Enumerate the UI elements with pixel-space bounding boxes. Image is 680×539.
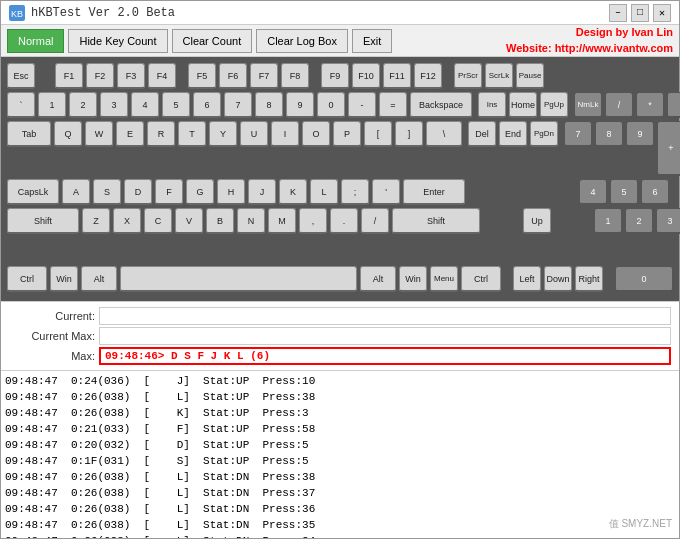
key-e[interactable]: E <box>116 121 144 147</box>
key-end[interactable]: End <box>499 121 527 147</box>
key-left[interactable]: Left <box>513 266 541 292</box>
key-slash[interactable]: / <box>361 208 389 234</box>
key-quote[interactable]: ' <box>372 179 400 205</box>
key-r[interactable]: R <box>147 121 175 147</box>
key-f7[interactable]: F7 <box>250 63 278 89</box>
key-p[interactable]: P <box>333 121 361 147</box>
normal-button[interactable]: Normal <box>7 29 64 53</box>
key-f6[interactable]: F6 <box>219 63 247 89</box>
key-h[interactable]: H <box>217 179 245 205</box>
key-pause[interactable]: Pause <box>516 63 544 89</box>
key-backtick[interactable]: ` <box>7 92 35 118</box>
key-num-9[interactable]: 9 <box>626 121 654 147</box>
key-rbracket[interactable]: ] <box>395 121 423 147</box>
clear-count-button[interactable]: Clear Count <box>172 29 253 53</box>
key-lalt[interactable]: Alt <box>81 266 117 292</box>
key-i[interactable]: I <box>271 121 299 147</box>
key-m[interactable]: M <box>268 208 296 234</box>
key-menu[interactable]: Menu <box>430 266 458 292</box>
current-input[interactable] <box>99 307 671 325</box>
key-ralt[interactable]: Alt <box>360 266 396 292</box>
key-rshift[interactable]: Shift <box>392 208 480 234</box>
key-x[interactable]: X <box>113 208 141 234</box>
key-7[interactable]: 7 <box>224 92 252 118</box>
key-rctrl[interactable]: Ctrl <box>461 266 501 292</box>
key-j[interactable]: J <box>248 179 276 205</box>
key-num-2[interactable]: 2 <box>625 208 653 234</box>
exit-button[interactable]: Exit <box>352 29 392 53</box>
current-max-input[interactable] <box>99 327 671 345</box>
key-numlock[interactable]: NmLk <box>574 92 602 118</box>
key-backslash[interactable]: \ <box>426 121 462 147</box>
key-comma[interactable]: , <box>299 208 327 234</box>
key-f[interactable]: F <box>155 179 183 205</box>
key-num-plus[interactable]: + <box>657 121 680 176</box>
key-scrlk[interactable]: ScrLk <box>485 63 513 89</box>
key-q[interactable]: Q <box>54 121 82 147</box>
key-home[interactable]: Home <box>509 92 537 118</box>
key-pgdn[interactable]: PgDn <box>530 121 558 147</box>
key-num-minus[interactable]: - <box>667 92 680 118</box>
key-equals[interactable]: = <box>379 92 407 118</box>
key-enter[interactable]: Enter <box>403 179 465 205</box>
max-input[interactable] <box>99 347 671 365</box>
key-num-3[interactable]: 3 <box>656 208 680 234</box>
close-button[interactable]: ✕ <box>653 4 671 22</box>
key-delete[interactable]: Del <box>468 121 496 147</box>
key-num-slash[interactable]: / <box>605 92 633 118</box>
key-1[interactable]: 1 <box>38 92 66 118</box>
key-lbracket[interactable]: [ <box>364 121 392 147</box>
key-backspace[interactable]: Backspace <box>410 92 472 118</box>
key-num-6[interactable]: 6 <box>641 179 669 205</box>
key-right[interactable]: Right <box>575 266 603 292</box>
key-f3[interactable]: F3 <box>117 63 145 89</box>
key-0[interactable]: 0 <box>317 92 345 118</box>
key-f10[interactable]: F10 <box>352 63 380 89</box>
key-num-asterisk[interactable]: * <box>636 92 664 118</box>
maximize-button[interactable]: □ <box>631 4 649 22</box>
hide-key-count-button[interactable]: Hide Key Count <box>68 29 167 53</box>
key-u[interactable]: U <box>240 121 268 147</box>
key-f8[interactable]: F8 <box>281 63 309 89</box>
key-c[interactable]: C <box>144 208 172 234</box>
key-t[interactable]: T <box>178 121 206 147</box>
key-8[interactable]: 8 <box>255 92 283 118</box>
key-y[interactable]: Y <box>209 121 237 147</box>
key-esc[interactable]: Esc <box>7 63 35 89</box>
key-n[interactable]: N <box>237 208 265 234</box>
minimize-button[interactable]: – <box>609 4 627 22</box>
key-prtscr[interactable]: PrScr <box>454 63 482 89</box>
key-f12[interactable]: F12 <box>414 63 442 89</box>
key-f5[interactable]: F5 <box>188 63 216 89</box>
key-num-7[interactable]: 7 <box>564 121 592 147</box>
key-5[interactable]: 5 <box>162 92 190 118</box>
key-b[interactable]: B <box>206 208 234 234</box>
key-f4[interactable]: F4 <box>148 63 176 89</box>
key-capslock[interactable]: CapsLk <box>7 179 59 205</box>
key-4[interactable]: 4 <box>131 92 159 118</box>
key-lshift[interactable]: Shift <box>7 208 79 234</box>
key-w[interactable]: W <box>85 121 113 147</box>
key-period[interactable]: . <box>330 208 358 234</box>
key-num-5[interactable]: 5 <box>610 179 638 205</box>
window-controls[interactable]: – □ ✕ <box>609 4 671 22</box>
key-v[interactable]: V <box>175 208 203 234</box>
key-6[interactable]: 6 <box>193 92 221 118</box>
key-l[interactable]: L <box>310 179 338 205</box>
key-insert[interactable]: Ins <box>478 92 506 118</box>
log-area[interactable]: 09:48:47 0:24(036) [ J] Stat:UP Press:10… <box>1 371 679 538</box>
key-up[interactable]: Up <box>523 208 551 234</box>
clear-log-box-button[interactable]: Clear Log Box <box>256 29 348 53</box>
key-d[interactable]: D <box>124 179 152 205</box>
key-f1[interactable]: F1 <box>55 63 83 89</box>
key-f11[interactable]: F11 <box>383 63 411 89</box>
key-o[interactable]: O <box>302 121 330 147</box>
key-semicolon[interactable]: ; <box>341 179 369 205</box>
key-g[interactable]: G <box>186 179 214 205</box>
key-a[interactable]: A <box>62 179 90 205</box>
key-2[interactable]: 2 <box>69 92 97 118</box>
key-f2[interactable]: F2 <box>86 63 114 89</box>
key-num-8[interactable]: 8 <box>595 121 623 147</box>
key-9[interactable]: 9 <box>286 92 314 118</box>
key-lctrl[interactable]: Ctrl <box>7 266 47 292</box>
